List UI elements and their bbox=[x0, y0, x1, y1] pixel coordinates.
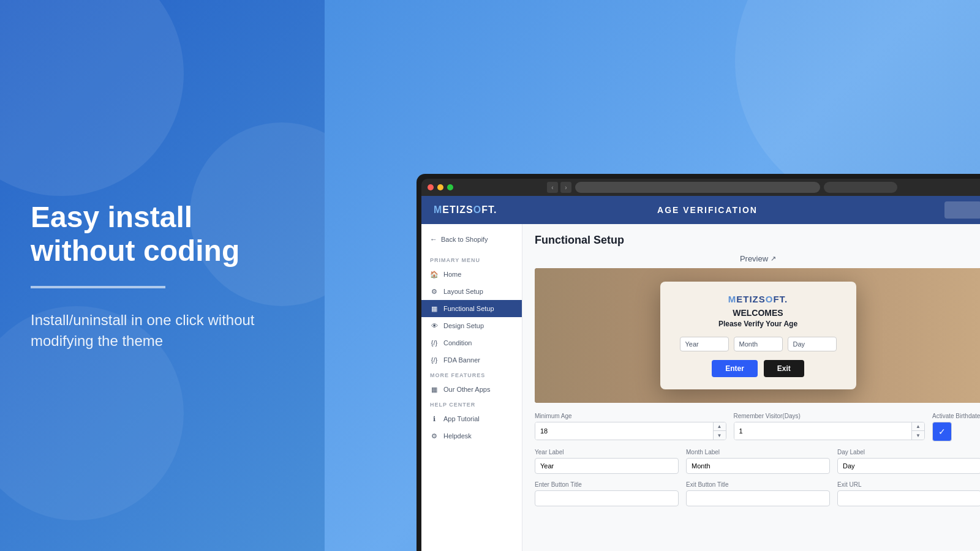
settings-row-1: Minimum Age ▲ ▼ Remembe bbox=[535, 413, 980, 441]
remember-field: Remember Visitor(Days) ▲ ▼ bbox=[734, 413, 925, 441]
remember-label: Remember Visitor(Days) bbox=[734, 413, 925, 419]
min-age-label: Minimum Age bbox=[535, 413, 726, 419]
fda-icon: {/} bbox=[430, 356, 439, 364]
sidebar-item-other-apps[interactable]: ▦ Our Other Apps bbox=[421, 381, 522, 398]
layout-icon: ⚙ bbox=[430, 287, 439, 296]
enter-button[interactable]: Enter bbox=[712, 360, 758, 377]
home-label: Home bbox=[443, 271, 461, 278]
helpdesk-label: Helpdesk bbox=[443, 432, 472, 440]
tutorial-label: App Tutorial bbox=[443, 415, 480, 422]
settings-row-2: Year Label Month Label Day Label bbox=[535, 449, 980, 474]
sub-text: Install/uninstall in one click without m… bbox=[31, 310, 294, 351]
activate-birthdate-field: Activate Birthdate ✓ bbox=[932, 413, 980, 441]
sidebar-item-condition[interactable]: {/} Condition bbox=[421, 334, 522, 351]
help-center-label: HELP CENTER bbox=[421, 398, 522, 410]
exit-url-label: Exit URL bbox=[837, 481, 980, 488]
traffic-light-yellow bbox=[437, 184, 443, 190]
min-age-increment[interactable]: ▲ bbox=[714, 422, 726, 431]
activate-checkbox[interactable]: ✓ bbox=[932, 422, 952, 441]
sidebar-item-layout[interactable]: ⚙ Layout Setup bbox=[421, 283, 522, 300]
modal-buttons: Enter Exit bbox=[679, 360, 838, 377]
design-icon: 👁 bbox=[430, 321, 439, 330]
sidebar-item-fda[interactable]: {/} FDA Banner bbox=[421, 351, 522, 369]
exit-btn-input[interactable] bbox=[686, 490, 830, 506]
address-input[interactable] bbox=[575, 182, 820, 193]
remember-input-wrapper: ▲ ▼ bbox=[734, 422, 925, 440]
month-label-field: Month Label bbox=[686, 449, 830, 474]
other-apps-icon: ▦ bbox=[430, 385, 439, 394]
day-select[interactable]: Day bbox=[788, 337, 837, 351]
functional-icon: ▦ bbox=[430, 304, 439, 313]
modal-welcomes: WELCOMES bbox=[679, 308, 838, 318]
sidebar-item-design[interactable]: 👁 Design Setup bbox=[421, 317, 522, 334]
laptop-body: ‹ › METIZSOFT. AGE VERIFICATION bbox=[417, 174, 980, 551]
month-select[interactable]: Month bbox=[734, 337, 783, 351]
year-label-input[interactable] bbox=[535, 458, 679, 474]
sidebar-item-tutorial[interactable]: ℹ App Tutorial bbox=[421, 410, 522, 427]
age-verification-modal: METIZSOFT. WELCOMES Please Verify Your A… bbox=[660, 282, 856, 389]
check-icon: ✓ bbox=[938, 427, 946, 437]
forward-nav-button[interactable]: › bbox=[560, 182, 571, 193]
app-body: ← Back to Shopify PRIMARY MENU 🏠 Home ⚙ … bbox=[421, 224, 980, 551]
main-heading: Easy install without coding bbox=[31, 200, 294, 268]
fda-label: FDA Banner bbox=[443, 356, 480, 364]
app-header: METIZSOFT. AGE VERIFICATION bbox=[421, 196, 980, 224]
more-features-label: MORE FEATURES bbox=[421, 369, 522, 381]
min-age-input[interactable] bbox=[535, 422, 713, 440]
functional-label: Functional Setup bbox=[443, 305, 494, 312]
exit-url-input[interactable] bbox=[837, 490, 980, 506]
min-age-decrement[interactable]: ▼ bbox=[714, 431, 726, 440]
enter-btn-label: Enter Button Title bbox=[535, 481, 679, 488]
day-label-input[interactable] bbox=[837, 458, 980, 474]
year-label-field: Year Label bbox=[535, 449, 679, 474]
other-apps-label: Our Other Apps bbox=[443, 386, 490, 393]
primary-menu-label: PRIMARY MENU bbox=[421, 253, 522, 266]
month-label-input[interactable] bbox=[686, 458, 830, 474]
enter-btn-input[interactable] bbox=[535, 490, 679, 506]
remember-decrement[interactable]: ▼ bbox=[912, 431, 924, 440]
min-age-field: Minimum Age ▲ ▼ bbox=[535, 413, 726, 441]
year-select[interactable]: Year bbox=[680, 337, 729, 351]
main-content: Functional Setup Preview ↗ METIZSOFT. bbox=[522, 224, 980, 551]
day-label-label: Day Label bbox=[837, 449, 980, 455]
nav-buttons: ‹ › bbox=[547, 182, 571, 193]
back-nav-button[interactable]: ‹ bbox=[547, 182, 558, 193]
day-label-field: Day Label bbox=[837, 449, 980, 474]
tutorial-icon: ℹ bbox=[430, 414, 439, 423]
condition-label: Condition bbox=[443, 339, 472, 347]
modal-logo: METIZSOFT. bbox=[679, 294, 838, 304]
activate-label: Activate Birthdate bbox=[932, 413, 980, 419]
header-right-placeholder bbox=[944, 201, 980, 219]
settings-row-3: Enter Button Title Exit Button Title Exi… bbox=[535, 481, 980, 506]
condition-icon: {/} bbox=[430, 339, 439, 347]
external-link-icon: ↗ bbox=[771, 255, 776, 263]
left-panel: Easy install without coding Install/unin… bbox=[0, 0, 325, 551]
sidebar: ← Back to Shopify PRIMARY MENU 🏠 Home ⚙ … bbox=[421, 224, 522, 551]
remember-increment[interactable]: ▲ bbox=[912, 422, 924, 431]
right-panel: ‹ › METIZSOFT. AGE VERIFICATION bbox=[325, 0, 980, 551]
enter-btn-title-field: Enter Button Title bbox=[535, 481, 679, 506]
min-age-stepper: ▲ ▼ bbox=[713, 422, 726, 440]
divider bbox=[31, 286, 165, 288]
exit-button[interactable]: Exit bbox=[764, 360, 804, 377]
exit-url-field: Exit URL bbox=[837, 481, 980, 506]
preview-label: Preview ↗ bbox=[535, 254, 980, 263]
sidebar-item-functional[interactable]: ▦ Functional Setup bbox=[421, 300, 522, 317]
app-title: AGE VERIFICATION bbox=[657, 205, 758, 215]
exit-btn-title-field: Exit Button Title bbox=[686, 481, 830, 506]
preview-container: METIZSOFT. WELCOMES Please Verify Your A… bbox=[535, 268, 980, 403]
traffic-light-green bbox=[447, 184, 453, 190]
month-label-label: Month Label bbox=[686, 449, 830, 455]
search-bar[interactable] bbox=[824, 182, 897, 193]
remember-input[interactable] bbox=[734, 422, 912, 440]
browser-content: METIZSOFT. AGE VERIFICATION ← Back to Sh… bbox=[421, 196, 980, 551]
layout-label: Layout Setup bbox=[443, 288, 483, 295]
back-btn-label: Back to Shopify bbox=[441, 236, 488, 243]
back-to-shopify-button[interactable]: ← Back to Shopify bbox=[421, 230, 522, 249]
year-label-label: Year Label bbox=[535, 449, 679, 455]
min-age-input-wrapper: ▲ ▼ bbox=[535, 422, 726, 440]
modal-selects: Year Month Day bbox=[679, 337, 838, 351]
sidebar-item-helpdesk[interactable]: ⚙ Helpdesk bbox=[421, 427, 522, 444]
sidebar-item-home[interactable]: 🏠 Home bbox=[421, 266, 522, 283]
exit-btn-label: Exit Button Title bbox=[686, 481, 830, 488]
